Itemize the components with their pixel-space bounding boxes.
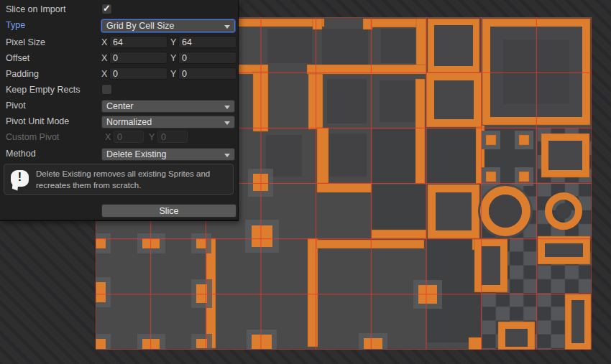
warning-bubble-icon: ! [11, 170, 29, 187]
pivot-label: Pivot [6, 101, 26, 111]
chevron-down-icon [224, 25, 230, 29]
method-dropdown[interactable]: Delete Existing [101, 148, 235, 161]
x-axis-label: X [105, 132, 111, 142]
pivot-dropdown-value: Center [106, 101, 134, 111]
pixel-size-label: Pixel Size [6, 37, 45, 47]
pivot-unit-mode-dropdown-value: Normalized [106, 117, 152, 127]
row-pivot: Pivot Center [0, 99, 238, 113]
y-axis-label: Y [149, 132, 155, 142]
y-axis-label: Y [170, 53, 176, 63]
type-dropdown[interactable]: Grid By Cell Size [101, 19, 235, 32]
offset-x-field[interactable] [109, 52, 167, 64]
y-axis-label: Y [170, 37, 176, 47]
custom-pivot-y-field [157, 131, 188, 143]
checkmark-icon: ✓ [103, 3, 111, 14]
pixel-size-x-field[interactable] [109, 36, 167, 48]
pixel-size-y-field[interactable] [178, 36, 236, 48]
type-label: Type [6, 20, 25, 30]
padding-label: Padding [6, 69, 39, 79]
keep-empty-rects-checkbox[interactable] [101, 84, 112, 95]
row-keep-empty-rects: Keep Empty Rects [0, 83, 238, 98]
custom-pivot-label: Custom Pivot [6, 132, 59, 142]
method-info-text: Delete Existing removes all existing Spr… [36, 168, 229, 191]
x-axis-label: X [101, 53, 107, 63]
row-pivot-unit-mode: Pivot Unit Mode Normalized [0, 115, 238, 129]
slice-on-import-label: Slice on Import [6, 4, 65, 14]
chevron-down-icon [224, 106, 230, 109]
row-type: Type Grid By Cell Size [0, 19, 238, 33]
row-padding: Padding X Y [0, 67, 238, 82]
sprite-editor-window: Slice on Import ✓ Type Grid By Cell Size… [0, 0, 611, 364]
x-axis-label: X [101, 37, 107, 47]
slice-on-import-checkbox[interactable]: ✓ [101, 4, 112, 14]
keep-empty-rects-label: Keep Empty Rects [6, 85, 81, 95]
chevron-down-icon [224, 121, 230, 125]
offset-y-field[interactable] [178, 52, 236, 64]
padding-x-field[interactable] [109, 67, 167, 80]
row-slice-on-import: Slice on Import ✓ [0, 3, 238, 17]
method-info-box: ! Delete Existing removes all existing S… [4, 164, 234, 195]
padding-y-field[interactable] [178, 67, 236, 80]
pivot-unit-mode-dropdown[interactable]: Normalized [101, 116, 235, 129]
y-axis-label: Y [170, 69, 176, 79]
custom-pivot-x-field [114, 131, 144, 143]
x-axis-label: X [101, 69, 107, 79]
method-label: Method [6, 149, 36, 159]
method-dropdown-value: Delete Existing [106, 149, 166, 159]
pivot-unit-mode-label: Pivot Unit Mode [6, 116, 69, 126]
pivot-dropdown[interactable]: Center [101, 100, 235, 113]
row-custom-pivot: Custom Pivot X Y [0, 131, 238, 145]
slice-button[interactable]: Slice [101, 204, 236, 218]
slice-panel: Slice on Import ✓ Type Grid By Cell Size… [0, 0, 239, 221]
type-dropdown-value: Grid By Cell Size [106, 21, 174, 31]
row-pixel-size: Pixel Size X Y [0, 36, 238, 50]
row-offset: Offset X Y [0, 52, 238, 66]
chevron-down-icon [224, 154, 230, 157]
row-method: Method Delete Existing [0, 147, 238, 162]
offset-label: Offset [6, 53, 29, 63]
